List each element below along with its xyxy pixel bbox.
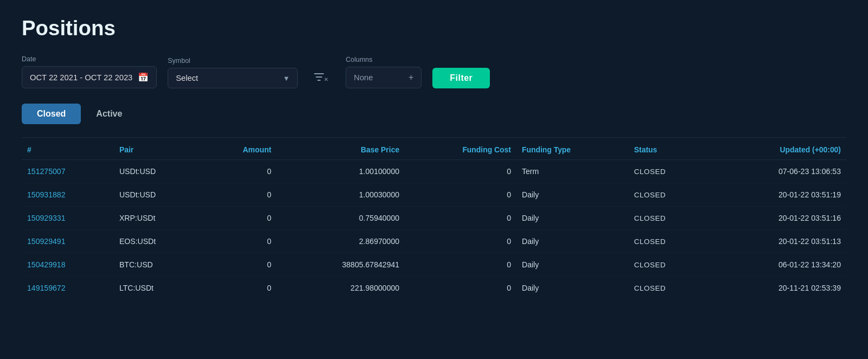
calendar-icon: 📅 bbox=[138, 72, 149, 82]
table-row: 150929331 XRP:USDt 0 0.75940000 0 Daily … bbox=[22, 207, 846, 230]
cell-pair: USDt:USD bbox=[114, 183, 203, 207]
cell-base-price: 1.00030000 bbox=[277, 183, 405, 207]
cell-base-price: 221.98000000 bbox=[277, 277, 405, 300]
cell-funding-type: Daily bbox=[516, 230, 629, 253]
cell-base-price: 38805.67842941 bbox=[277, 253, 405, 277]
symbol-filter-group: Symbol Select ▼ bbox=[168, 57, 298, 88]
cell-funding-type: Daily bbox=[516, 277, 629, 300]
cell-status: CLOSED bbox=[629, 253, 709, 277]
col-status: Status bbox=[629, 138, 709, 160]
clear-filter-icon: ✕ bbox=[324, 76, 328, 82]
table-row: 150429918 BTC:USD 0 38805.67842941 0 Dai… bbox=[22, 253, 846, 277]
cell-base-price: 2.86970000 bbox=[277, 230, 405, 253]
date-label: Date bbox=[22, 55, 157, 63]
cell-pair: USDt:USD bbox=[114, 160, 203, 183]
cell-base-price: 1.00100000 bbox=[277, 160, 405, 183]
columns-filter-group: Columns None + bbox=[346, 56, 422, 88]
tab-active[interactable]: Active bbox=[81, 104, 137, 124]
cell-pair: LTC:USDt bbox=[114, 277, 203, 300]
cell-amount: 0 bbox=[203, 160, 277, 183]
columns-label: Columns bbox=[346, 56, 422, 63]
cell-amount: 0 bbox=[203, 230, 277, 253]
col-updated: Updated (+00:00) bbox=[709, 138, 846, 160]
tab-closed[interactable]: Closed bbox=[22, 104, 81, 124]
cell-funding-type: Term bbox=[516, 160, 629, 183]
cell-updated: 20-01-22 03:51:16 bbox=[709, 207, 846, 230]
cell-amount: 0 bbox=[203, 183, 277, 207]
col-funding-type: Funding Type bbox=[516, 138, 629, 160]
cell-status: CLOSED bbox=[629, 160, 709, 183]
cell-id[interactable]: 150929491 bbox=[22, 230, 114, 253]
cell-pair: XRP:USDt bbox=[114, 207, 203, 230]
cell-funding-cost: 0 bbox=[405, 230, 516, 253]
symbol-select[interactable]: Select ▼ bbox=[168, 68, 298, 88]
cell-id[interactable]: 150931882 bbox=[22, 183, 114, 207]
filter-icon-wrap: ✕ bbox=[309, 67, 335, 88]
symbol-label: Symbol bbox=[168, 57, 298, 65]
col-id: # bbox=[22, 138, 114, 160]
table-header-row: # Pair Amount Base Price Funding Cost Fu… bbox=[22, 138, 846, 160]
col-funding-cost: Funding Cost bbox=[405, 138, 516, 160]
cell-funding-cost: 0 bbox=[405, 253, 516, 277]
cell-id[interactable]: 150429918 bbox=[22, 253, 114, 277]
date-value: OCT 22 2021 - OCT 22 2023 bbox=[30, 73, 132, 82]
cell-funding-cost: 0 bbox=[405, 183, 516, 207]
plus-icon: + bbox=[409, 73, 413, 82]
cell-funding-cost: 0 bbox=[405, 160, 516, 183]
col-pair: Pair bbox=[114, 138, 203, 160]
table-body: 151275007 USDt:USD 0 1.00100000 0 Term C… bbox=[22, 160, 846, 300]
cell-base-price: 0.75940000 bbox=[277, 207, 405, 230]
positions-table: # Pair Amount Base Price Funding Cost Fu… bbox=[22, 138, 846, 299]
filter-button[interactable]: Filter bbox=[432, 68, 490, 88]
table-row: 151275007 USDt:USD 0 1.00100000 0 Term C… bbox=[22, 160, 846, 183]
date-input[interactable]: OCT 22 2021 - OCT 22 2023 📅 bbox=[22, 66, 157, 88]
cell-updated: 20-01-22 03:51:19 bbox=[709, 183, 846, 207]
funnel-icon bbox=[313, 71, 325, 83]
table-row: 150931882 USDt:USD 0 1.00030000 0 Daily … bbox=[22, 183, 846, 207]
columns-select[interactable]: None + bbox=[346, 67, 422, 88]
cell-updated: 06-01-22 13:34:20 bbox=[709, 253, 846, 277]
cell-status: CLOSED bbox=[629, 207, 709, 230]
date-filter-group: Date OCT 22 2021 - OCT 22 2023 📅 bbox=[22, 55, 157, 88]
cell-status: CLOSED bbox=[629, 277, 709, 300]
columns-value: None bbox=[354, 73, 373, 82]
cell-pair: BTC:USD bbox=[114, 253, 203, 277]
chevron-down-icon: ▼ bbox=[283, 74, 290, 82]
cell-id[interactable]: 150929331 bbox=[22, 207, 114, 230]
cell-status: CLOSED bbox=[629, 230, 709, 253]
cell-amount: 0 bbox=[203, 207, 277, 230]
cell-funding-type: Daily bbox=[516, 183, 629, 207]
filter-icon-button[interactable]: ✕ bbox=[309, 67, 335, 87]
cell-funding-type: Daily bbox=[516, 253, 629, 277]
tabs-row: Closed Active bbox=[22, 104, 846, 124]
cell-id[interactable]: 151275007 bbox=[22, 160, 114, 183]
page-title: Positions bbox=[22, 16, 846, 40]
cell-updated: 20-11-21 02:53:39 bbox=[709, 277, 846, 300]
cell-funding-cost: 0 bbox=[405, 277, 516, 300]
table-row: 150929491 EOS:USDt 0 2.86970000 0 Daily … bbox=[22, 230, 846, 253]
cell-updated: 20-01-22 03:51:13 bbox=[709, 230, 846, 253]
cell-amount: 0 bbox=[203, 277, 277, 300]
filters-row: Date OCT 22 2021 - OCT 22 2023 📅 Symbol … bbox=[22, 55, 846, 88]
cell-updated: 07-06-23 13:06:53 bbox=[709, 160, 846, 183]
cell-funding-type: Daily bbox=[516, 207, 629, 230]
symbol-value: Select bbox=[176, 74, 198, 82]
cell-id[interactable]: 149159672 bbox=[22, 277, 114, 300]
cell-funding-cost: 0 bbox=[405, 207, 516, 230]
cell-amount: 0 bbox=[203, 253, 277, 277]
cell-pair: EOS:USDt bbox=[114, 230, 203, 253]
table-row: 149159672 LTC:USDt 0 221.98000000 0 Dail… bbox=[22, 277, 846, 300]
col-amount: Amount bbox=[203, 138, 277, 160]
col-base-price: Base Price bbox=[277, 138, 405, 160]
cell-status: CLOSED bbox=[629, 183, 709, 207]
